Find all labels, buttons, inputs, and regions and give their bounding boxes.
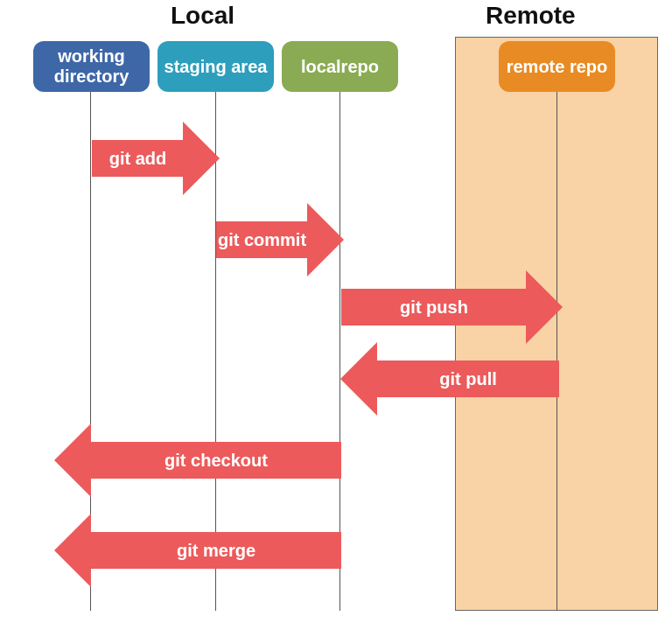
node-remote-repo: remote repo — [499, 41, 615, 92]
node-local-repo: localrepo — [282, 41, 398, 92]
node-working-directory: working directory — [33, 41, 150, 92]
node-staging-area: staging area — [158, 41, 274, 92]
local-header: Local — [171, 2, 234, 30]
arrow-head-git-checkout — [54, 424, 91, 497]
arrow-head-git-commit — [307, 203, 344, 276]
arrow-head-git-add — [183, 122, 220, 195]
arrow-git-push: git push — [341, 289, 527, 326]
arrow-git-checkout: git checkout — [91, 442, 341, 479]
arrow-head-git-push — [526, 270, 563, 344]
remote-header: Remote — [486, 2, 576, 30]
arrow-head-git-pull — [340, 342, 377, 416]
arrow-git-add: git add — [92, 140, 184, 177]
arrow-head-git-merge — [54, 514, 91, 587]
arrow-git-pull: git pull — [377, 360, 559, 397]
arrow-git-merge: git merge — [91, 532, 341, 569]
arrow-git-commit: git commit — [216, 221, 308, 258]
lifeline-remote-repo — [556, 88, 557, 611]
